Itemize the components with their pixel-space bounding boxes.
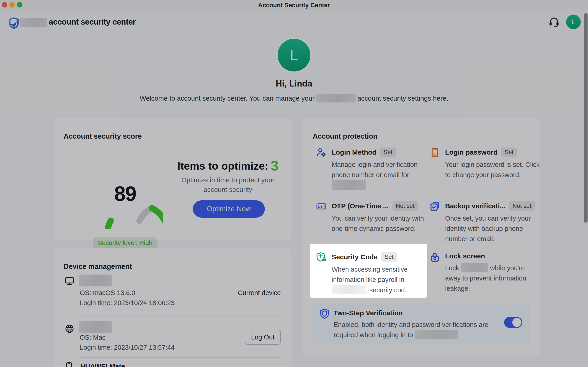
titlebar: Account Security Center bbox=[0, 0, 588, 10]
padlock-icon bbox=[430, 252, 440, 262]
app-header: account security center L bbox=[0, 10, 588, 31]
item-title-text: Backup verificati... bbox=[445, 202, 505, 210]
redacted-text bbox=[461, 263, 488, 272]
status-badge: Not set bbox=[509, 201, 535, 211]
backup-check-icon bbox=[430, 201, 440, 211]
window-title: Account Security Center bbox=[0, 0, 588, 10]
welcome-text: Welcome to account security center. You … bbox=[0, 94, 588, 102]
log-out-button[interactable]: Log Out bbox=[245, 330, 281, 345]
items-to-optimize-heading: Items to optimize:3 bbox=[160, 158, 296, 174]
redacted-text bbox=[332, 285, 366, 294]
item-title-text: Login password bbox=[445, 149, 498, 156]
two-step-toggle[interactable] bbox=[504, 317, 522, 328]
protection-item-security-code[interactable]: Security CodeSet When accessing sensitiv… bbox=[310, 244, 427, 298]
device-login-time: Login time: 2023/10/27 13:57:44 bbox=[80, 344, 174, 351]
security-score-gauge: 89 Security level: High bbox=[87, 154, 163, 229]
device-name: HUAWEI Mate bbox=[80, 362, 125, 367]
greeting-text: Hi, Linda bbox=[0, 79, 588, 89]
redacted-text bbox=[332, 180, 366, 190]
item-description: When accessing sensitive information lik… bbox=[332, 264, 423, 295]
security-level-badge: Security level: High bbox=[93, 237, 157, 249]
item-title: Login MethodSet bbox=[332, 148, 427, 157]
optimize-description-line1: Optimize in time to protect your bbox=[160, 175, 296, 185]
item-description-prefix: Lock bbox=[445, 264, 459, 272]
status-badge: Set bbox=[381, 252, 397, 262]
svg-text:OTP: OTP bbox=[318, 205, 325, 209]
mobile-phone-icon bbox=[64, 362, 75, 367]
status-badge: Set bbox=[380, 148, 396, 157]
desktop-computer-icon bbox=[64, 276, 75, 286]
item-title: Lock screen bbox=[445, 252, 541, 260]
otp-icon: OTP bbox=[316, 201, 326, 211]
globe-browser-icon bbox=[64, 324, 75, 334]
user-avatar[interactable]: L bbox=[566, 15, 581, 29]
items-to-optimize-count: 3 bbox=[271, 158, 278, 174]
double-shield-icon bbox=[320, 309, 329, 319]
two-step-verification-section: Two-Step Verification Enabled, both iden… bbox=[313, 303, 530, 345]
card-title: Account protection bbox=[313, 132, 377, 141]
redacted-device-name bbox=[79, 275, 112, 286]
item-description: Once set, you can verify your identity w… bbox=[445, 213, 541, 244]
card-title: Device management bbox=[64, 262, 132, 271]
redacted-device-name bbox=[79, 321, 112, 333]
phone-password-icon bbox=[430, 148, 440, 158]
user-gear-icon bbox=[316, 148, 326, 158]
item-title: Login passwordSet bbox=[445, 148, 541, 157]
account-protection-card: Account protection Login MethodSet bbox=[302, 118, 540, 355]
item-title-text: Security Code bbox=[332, 253, 378, 261]
item-description-suffix: , security cod... bbox=[366, 286, 410, 294]
security-score-value: 89 bbox=[87, 182, 163, 206]
item-description: Lock while you're away to prevent inform… bbox=[445, 263, 541, 294]
item-title-text: OTP (One-Time ... bbox=[332, 202, 389, 210]
avatar-initial: L bbox=[290, 46, 298, 64]
vertical-scrollbar[interactable] bbox=[584, 13, 588, 223]
item-description-text: Manage login and verification phone numb… bbox=[332, 161, 417, 178]
status-badge: Set bbox=[501, 148, 517, 157]
optimize-description-line2: account security bbox=[160, 185, 296, 194]
app-title: account security center bbox=[49, 17, 136, 26]
shield-plus-lock-icon bbox=[316, 252, 326, 262]
items-to-optimize-label: Items to optimize: bbox=[177, 160, 268, 172]
device-os: OS: macOS 13.6.0 bbox=[80, 289, 135, 297]
avatar-initial: L bbox=[571, 18, 575, 26]
item-title-text: Login Method bbox=[332, 149, 377, 156]
redacted-text bbox=[415, 330, 458, 339]
item-title: Backup verificati...Not set bbox=[445, 201, 541, 211]
device-management-card: Device management OS: macOS 13.6.0 Curre… bbox=[53, 248, 292, 367]
device-os: OS: Mac bbox=[80, 334, 105, 341]
status-badge: Not set bbox=[392, 201, 418, 211]
divider bbox=[79, 316, 281, 316]
optimize-now-button[interactable]: Optimize Now bbox=[193, 200, 265, 218]
item-description: You can verify your identity with one-ti… bbox=[332, 213, 427, 234]
item-title: Security CodeSet bbox=[332, 252, 423, 262]
two-step-description-text: Enabled, both identity and password veri… bbox=[334, 321, 488, 339]
support-headset-icon[interactable] bbox=[548, 16, 560, 27]
toggle-knob bbox=[512, 318, 521, 327]
card-title: Account security score bbox=[64, 132, 142, 141]
redacted-company-name bbox=[316, 94, 355, 102]
welcome-prefix: Welcome to account security center. You … bbox=[140, 94, 314, 102]
shield-logo-icon bbox=[8, 17, 20, 29]
item-description-prefix: When accessing sensitive information lik… bbox=[332, 266, 408, 283]
current-device-label: Current device bbox=[238, 289, 281, 297]
profile-avatar: L bbox=[277, 39, 311, 72]
optimize-description: Optimize in time to protect your account… bbox=[160, 175, 296, 194]
item-description: Manage login and verification phone numb… bbox=[332, 160, 427, 191]
two-step-description: Enabled, both identity and password veri… bbox=[334, 320, 502, 340]
item-description: Your login password is set. Click to cha… bbox=[445, 160, 541, 180]
welcome-suffix: account security settings here. bbox=[357, 94, 448, 102]
device-login-time: Login time: 2023/10/24 18:06:23 bbox=[80, 299, 174, 307]
item-title: OTP (One-Time ...Not set bbox=[332, 201, 427, 211]
divider bbox=[79, 358, 281, 358]
account-security-score-card: Account security score 89 Security level… bbox=[53, 118, 292, 240]
redacted-company-name bbox=[20, 18, 47, 27]
two-step-title: Two-Step Verification bbox=[334, 309, 403, 317]
